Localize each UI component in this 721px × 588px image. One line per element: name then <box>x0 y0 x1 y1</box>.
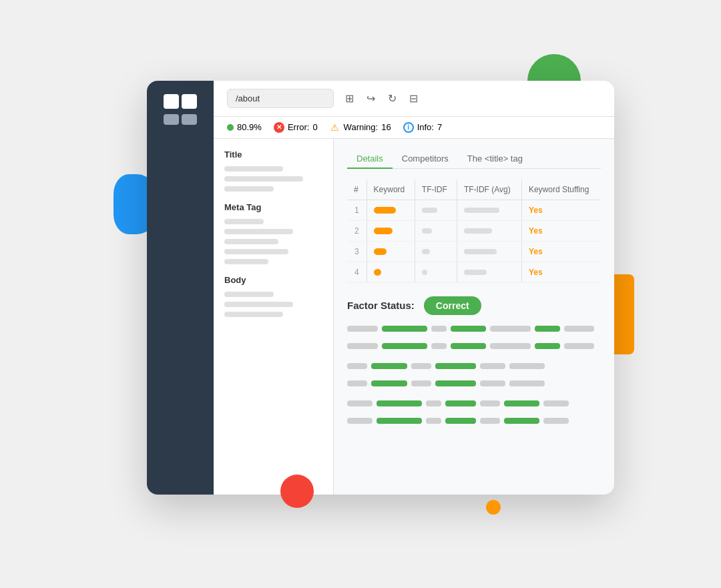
text-segment <box>490 326 531 332</box>
skeleton-line <box>224 176 303 182</box>
tab-title-tag[interactable]: The <title> tag <box>458 150 532 169</box>
keyword-cell <box>367 200 415 220</box>
url-actions: ⊞ ↪ ↻ ⊟ <box>342 91 421 105</box>
warning-status: ⚠ Warning: 16 <box>330 122 391 133</box>
correct-badge: Correct <box>424 296 481 315</box>
text-segment <box>445 400 476 406</box>
text-segment <box>347 418 373 424</box>
text-segment <box>371 363 407 369</box>
scene: /about ⊞ ↪ ↻ ⊟ 80.9% ✕ Error: 0 <box>73 41 648 548</box>
logo-tile-2 <box>182 94 197 109</box>
keyword-cell <box>367 220 415 241</box>
text-segment <box>382 326 427 332</box>
skeleton-line <box>224 229 293 234</box>
stuffing-badge: Yes <box>529 226 543 236</box>
skeleton-line <box>224 249 288 254</box>
text-segment <box>451 326 486 332</box>
text-segment <box>543 400 569 406</box>
tabs: Details Competitors The <title> tag <box>347 150 601 169</box>
tfidf-avg-bar <box>464 249 497 254</box>
warning-count: 16 <box>381 122 391 132</box>
score-dot <box>227 124 234 131</box>
tfidf-avg-cell <box>457 262 521 282</box>
right-panel: Details Competitors The <title> tag # Ke… <box>334 139 614 495</box>
error-count: 0 <box>312 122 317 132</box>
tfidf-avg-bar <box>464 208 499 213</box>
text-segment <box>347 363 367 369</box>
stuffing-cell: Yes <box>521 200 601 220</box>
text-segment <box>490 343 531 349</box>
text-block <box>347 326 601 356</box>
stuffing-badge: Yes <box>529 206 543 215</box>
text-segment <box>509 363 545 369</box>
text-segment <box>504 400 539 406</box>
left-panel: Title Meta Tag Body <box>214 139 334 495</box>
tfidf-bar <box>422 249 430 254</box>
row-num: 2 <box>347 220 367 241</box>
app-logo <box>164 94 197 127</box>
table-row: 2 Yes <box>347 220 601 241</box>
skeleton-line <box>224 219 264 224</box>
factor-status-label: Factor Status: <box>347 300 415 311</box>
table-row: 3 Yes <box>347 241 601 262</box>
col-header-keyword: Keyword <box>367 180 415 200</box>
keyword-cell <box>367 262 415 282</box>
sidebar <box>147 81 214 495</box>
content-body: Title Meta Tag Body <box>214 139 614 495</box>
text-block <box>347 400 601 431</box>
blob-orange-bottom <box>486 500 501 515</box>
tab-details[interactable]: Details <box>347 150 393 169</box>
error-status: ✕ Error: 0 <box>274 122 318 133</box>
refresh-icon[interactable]: ↻ <box>385 91 399 105</box>
text-segment <box>431 343 447 349</box>
text-segment <box>377 400 422 406</box>
tfidf-bar <box>422 228 432 234</box>
text-block <box>347 363 601 394</box>
bookmark-icon[interactable]: ⊟ <box>406 91 421 105</box>
row-num: 1 <box>347 200 367 220</box>
text-segment <box>535 326 560 332</box>
section-title-body: Body <box>224 275 322 285</box>
main-window: /about ⊞ ↪ ↻ ⊟ 80.9% ✕ Error: 0 <box>147 81 614 495</box>
error-icon: ✕ <box>274 122 284 133</box>
col-header-tfidf-avg: TF-IDF (Avg) <box>457 180 521 200</box>
stuffing-cell: Yes <box>521 220 601 241</box>
keyword-bar <box>374 207 396 214</box>
tfidf-cell <box>415 241 457 262</box>
info-count: 7 <box>437 122 442 132</box>
text-segment <box>451 343 486 349</box>
info-status: i Info: 7 <box>403 122 443 133</box>
info-label: Info: <box>417 122 434 132</box>
text-segment <box>347 400 373 406</box>
tfidf-cell <box>415 200 457 220</box>
error-label: Error: <box>288 122 310 132</box>
url-input[interactable]: /about <box>227 89 334 108</box>
skeleton-line <box>224 166 283 172</box>
skeleton-line <box>224 259 268 264</box>
share-icon[interactable]: ↪ <box>363 91 378 105</box>
keyword-bar <box>374 228 393 234</box>
text-segment <box>382 343 427 349</box>
keyword-bar <box>374 269 381 276</box>
text-segment <box>431 326 447 332</box>
score-status: 80.9% <box>227 122 262 132</box>
tab-competitors[interactable]: Competitors <box>393 150 458 169</box>
table-row: 4 Yes <box>347 262 601 282</box>
text-segment <box>426 418 441 424</box>
skeleton-line <box>224 292 274 297</box>
tfidf-avg-bar <box>464 228 492 234</box>
add-icon[interactable]: ⊞ <box>342 91 356 105</box>
text-segment <box>480 380 505 386</box>
text-segment <box>480 418 500 424</box>
text-segment <box>435 363 476 369</box>
content-blocks <box>347 326 601 431</box>
section-title-meta: Meta Tag <box>224 202 322 212</box>
tfidf-avg-cell <box>457 200 521 220</box>
keyword-table: # Keyword TF-IDF TF-IDF (Avg) Keyword St… <box>347 180 601 283</box>
tfidf-cell <box>415 262 457 282</box>
text-segment <box>480 400 500 406</box>
text-segment <box>535 343 560 349</box>
col-header-num: # <box>347 180 367 200</box>
keyword-cell <box>367 241 415 262</box>
text-segment <box>377 418 422 424</box>
